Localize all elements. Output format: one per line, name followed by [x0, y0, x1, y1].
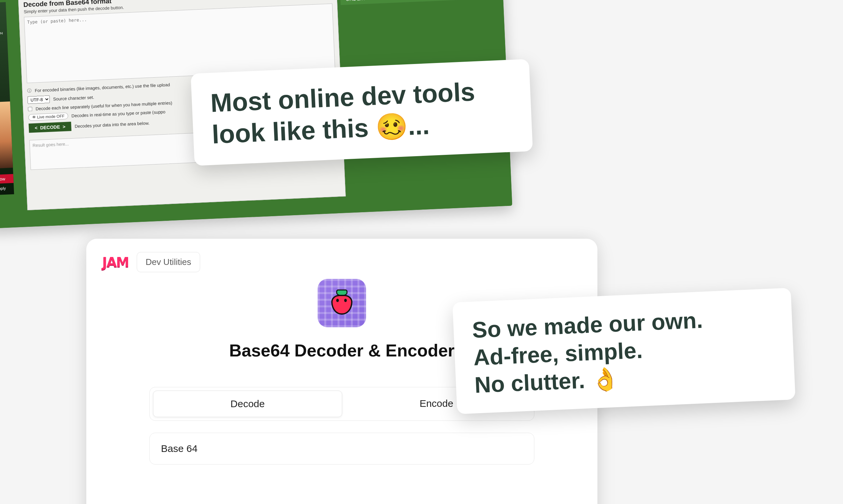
charset-label: Source character set. — [53, 95, 94, 102]
ad-text: rd — [0, 12, 4, 17]
terms-label: rms apply — [0, 186, 14, 192]
input-label: Base 64 — [161, 443, 523, 454]
tab-decode[interactable]: Decode — [153, 391, 342, 417]
callout-before: Most online dev tools look like this 🥴..… — [190, 59, 533, 166]
callout-after: So we made our own. Ad-free, simple. No … — [452, 288, 795, 414]
strawberry-icon — [330, 291, 354, 315]
decode-label: Decodes your data into the area below. — [75, 120, 150, 129]
jam-logo[interactable]: JAM — [102, 255, 129, 270]
each-line-checkbox[interactable] — [28, 107, 33, 111]
chevron-right-icon: > — [63, 124, 65, 129]
dev-utilities-button[interactable]: Dev Utilities — [137, 252, 200, 272]
app-icon — [317, 279, 366, 327]
live-mode-toggle[interactable]: 👁 Live mode OFF — [28, 112, 68, 121]
decode-button[interactable]: < DECODE > — [29, 122, 71, 133]
visa-label: VISA — [0, 36, 5, 41]
ad-text: AUTOGRAPH — [0, 31, 5, 36]
chevron-left-icon: < — [35, 125, 37, 130]
input-card[interactable]: Base 64 — [149, 433, 534, 465]
header: JAM Dev Utilities — [102, 252, 582, 272]
apply-now-button[interactable]: pply now — [0, 174, 14, 184]
charset-select[interactable]: UTF-8 — [28, 95, 50, 104]
eye-icon: 👁 — [32, 115, 36, 120]
